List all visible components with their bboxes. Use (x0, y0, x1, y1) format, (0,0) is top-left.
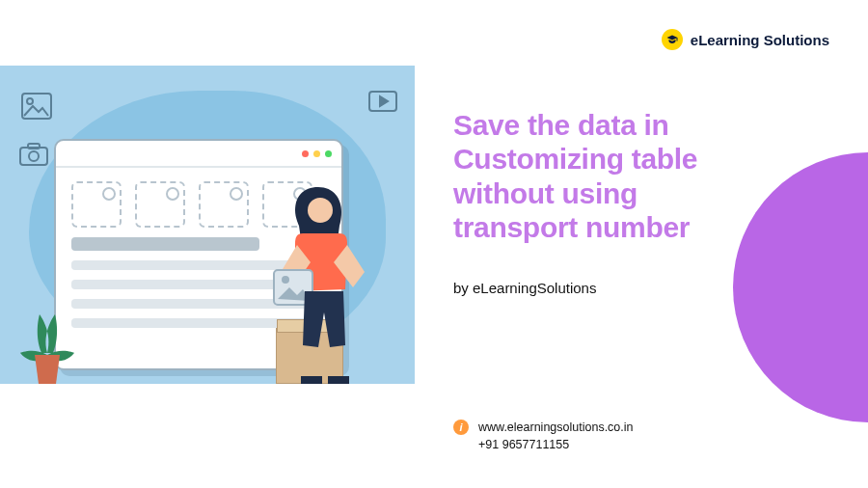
window-controls (56, 141, 341, 168)
brand-logo: eLearning Solutions (662, 29, 829, 50)
camera-icon (19, 143, 48, 166)
website: www.elearningsolutions.co.in (478, 419, 634, 436)
close-dot-icon (302, 150, 309, 157)
upload-tile (199, 181, 249, 228)
svg-point-8 (282, 276, 289, 284)
info-icon: i (453, 420, 469, 435)
plant-icon (14, 295, 81, 384)
main-content: Save the data in Customizing table witho… (453, 108, 762, 296)
person-illustration (272, 181, 378, 384)
svg-point-1 (27, 98, 33, 104)
svg-rect-4 (28, 144, 40, 149)
page-title: Save the data in Customizing table witho… (453, 108, 762, 245)
maximize-dot-icon (325, 150, 332, 157)
brand-name: eLearning Solutions (691, 32, 829, 48)
svg-point-3 (29, 151, 39, 161)
hero-illustration (0, 66, 415, 384)
upload-tile (135, 181, 185, 228)
content-line (71, 237, 259, 251)
byline: by eLearningSolutions (453, 280, 762, 296)
svg-rect-2 (20, 148, 47, 165)
upload-tile (71, 181, 122, 228)
contact-block: i www.elearningsolutions.co.in +91 96577… (453, 419, 634, 453)
contact-text: www.elearningsolutions.co.in +91 9657711… (478, 419, 634, 453)
graduation-cap-icon (662, 29, 683, 50)
video-icon (368, 91, 397, 112)
minimize-dot-icon (313, 150, 320, 157)
picture-icon (21, 93, 52, 120)
svg-point-6 (308, 198, 333, 223)
phone: +91 9657711155 (478, 436, 634, 453)
